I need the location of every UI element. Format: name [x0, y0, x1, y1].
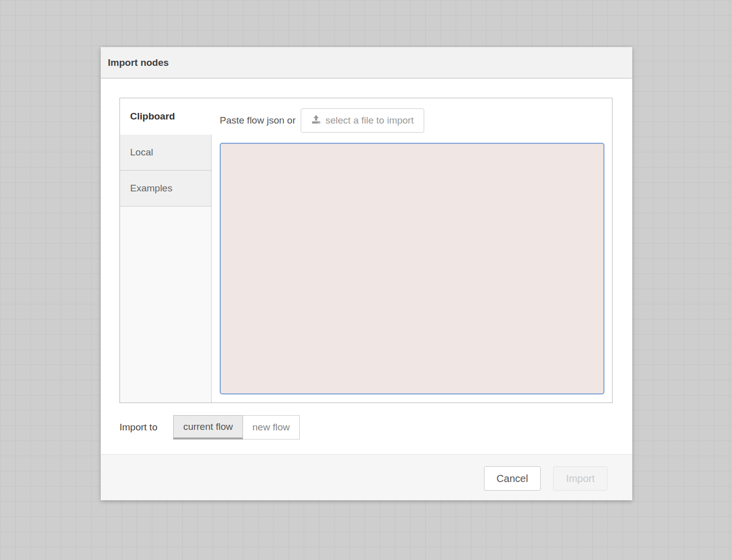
cancel-button[interactable]: Cancel — [484, 466, 541, 491]
dialog-header: Import nodes — [101, 47, 632, 78]
import-to-toggle: current flow new flow — [173, 415, 300, 439]
import-to-new-flow-button[interactable]: new flow — [243, 415, 300, 439]
upload-icon — [311, 114, 321, 127]
import-nodes-dialog: Import nodes Clipboard Local Examples Pa… — [101, 47, 632, 500]
import-tab-column: Clipboard Local Examples — [120, 98, 212, 403]
dialog-footer: Cancel Import — [101, 454, 632, 500]
import-to-current-flow-button[interactable]: current flow — [173, 415, 243, 439]
paste-row: Paste flow json or select a file to impo… — [220, 108, 424, 133]
import-json-textarea[interactable] — [220, 143, 604, 394]
tab-clipboard-label: Clipboard — [130, 111, 175, 122]
dialog-title: Import nodes — [108, 57, 169, 68]
import-tabs-container: Clipboard Local Examples Paste flow json… — [119, 98, 613, 403]
select-file-button[interactable]: select a file to import — [301, 108, 424, 133]
tab-column-filler — [120, 207, 212, 403]
tab-clipboard[interactable]: Clipboard — [120, 98, 212, 135]
import-to-label: Import to — [119, 422, 173, 433]
import-to-row: Import to current flow new flow — [119, 415, 300, 439]
tab-examples[interactable]: Examples — [120, 171, 212, 207]
tab-local[interactable]: Local — [120, 135, 212, 171]
select-file-button-label: select a file to import — [326, 115, 414, 126]
import-button[interactable]: Import — [553, 466, 607, 491]
tab-local-label: Local — [130, 147, 153, 158]
paste-flow-label: Paste flow json or — [220, 115, 296, 126]
tab-examples-label: Examples — [130, 183, 172, 194]
